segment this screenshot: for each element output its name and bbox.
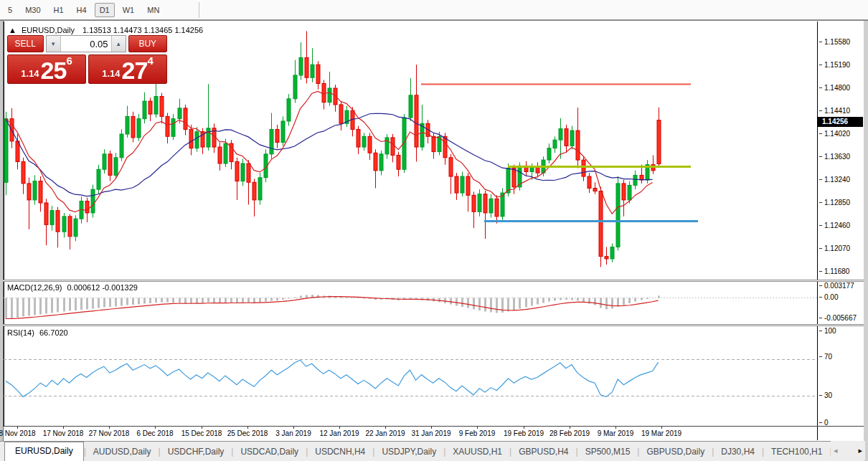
- tick-dash: [819, 133, 822, 134]
- date-tick-mark: [570, 427, 570, 429]
- chart-tab-bar: EURUSD,Daily|AUDUSD,Daily|USDCHF,Daily|U…: [0, 441, 868, 461]
- chart-tab-sp500-m15[interactable]: SP500,M15: [578, 443, 638, 461]
- chart-tab-usdcad-daily[interactable]: USDCAD,Daily: [233, 443, 306, 461]
- tick-dash: [819, 356, 822, 357]
- toolbar-separator: [199, 2, 199, 18]
- timeframe-button-d1[interactable]: D1: [95, 3, 115, 17]
- sell-price-prefix: 1.14: [21, 67, 39, 81]
- tab-scroll-right-icon[interactable]: ▸: [858, 446, 862, 455]
- date-axis-label: 8 Nov 2018: [0, 429, 36, 437]
- price-axis-tick: 1.14800: [819, 84, 850, 92]
- date-tick-mark: [202, 427, 202, 429]
- price-scale[interactable]: 1.155801.151901.148001.144101.140201.136…: [817, 22, 864, 440]
- time-scale[interactable]: 8 Nov 201817 Nov 201827 Nov 20186 Dec 20…: [4, 427, 817, 440]
- chart-tab-usdjpy-daily[interactable]: USDJPY,Daily: [374, 443, 443, 461]
- chart-symbol: EURUSD,Daily: [22, 26, 75, 34]
- chart-tab-gbpusd-h4[interactable]: GBPUSD,H4: [511, 443, 575, 461]
- current-price-tag: 1.14256: [818, 117, 863, 127]
- date-tick-mark: [385, 427, 386, 429]
- date-tick-mark: [17, 427, 18, 429]
- tick-dash: [819, 271, 822, 272]
- timeframe-button-h1[interactable]: H1: [49, 3, 69, 17]
- timeframe-button-w1[interactable]: W1: [118, 3, 140, 17]
- price-axis-tick: 1.11680: [819, 267, 849, 275]
- timeframe-button-m30[interactable]: M30: [20, 3, 45, 17]
- macd-name: MACD(12,26,9): [7, 283, 62, 292]
- chart-tab-gbpusd-daily[interactable]: GBPUSD,Daily: [639, 443, 712, 461]
- date-axis-label: 31 Jan 2019: [411, 429, 450, 437]
- date-tick-mark: [109, 427, 110, 429]
- timeframe-button-h4[interactable]: H4: [72, 3, 92, 17]
- volume-up-icon[interactable]: ▲: [111, 36, 126, 52]
- buy-price-big: 27: [122, 60, 148, 81]
- tab-scroll-left-icon[interactable]: ◂: [834, 446, 838, 455]
- price-axis-tick: 1.13630: [819, 153, 850, 161]
- sell-price-big: 25: [41, 60, 67, 81]
- sell-price-panel[interactable]: 1.14 25 6: [7, 54, 86, 84]
- tick-dash: [819, 395, 822, 396]
- rsi-value: 66.7020: [39, 328, 68, 337]
- pane-splitter-macd[interactable]: [3, 280, 864, 282]
- tick-dash: [819, 202, 822, 203]
- date-axis-label: 22 Jan 2019: [365, 429, 405, 437]
- date-tick-mark: [63, 427, 64, 429]
- rsi-name: RSI(14): [7, 328, 34, 337]
- date-axis-label: 27 Nov 2018: [89, 429, 130, 437]
- date-tick-mark: [524, 427, 524, 429]
- timeframe-button-5[interactable]: 5: [3, 3, 17, 17]
- sell-price-pipette: 6: [66, 57, 72, 65]
- chart-tab-usdchf-daily[interactable]: USDCHF,Daily: [161, 443, 232, 461]
- buy-button[interactable]: BUY: [128, 35, 167, 52]
- macd-axis-tick: 0.003177: [819, 282, 854, 290]
- timeframe-button-mn[interactable]: MN: [142, 3, 164, 17]
- volume-down-icon[interactable]: ▼: [47, 36, 61, 52]
- date-tick-mark: [477, 427, 478, 429]
- tick-dash: [819, 285, 822, 286]
- tick-dash: [819, 110, 822, 111]
- sell-button[interactable]: SELL: [7, 35, 44, 52]
- buy-price-panel[interactable]: 1.14 27 4: [88, 54, 167, 84]
- tick-dash: [819, 87, 822, 88]
- rsi-indicator-label: RSI(14) 66.7020: [7, 328, 68, 337]
- buy-price-prefix: 1.14: [102, 67, 120, 81]
- volume-input[interactable]: [61, 36, 111, 52]
- date-axis-label: 12 Jan 2019: [319, 429, 359, 437]
- rsi-pane-border: [3, 426, 864, 427]
- tick-dash: [819, 422, 822, 423]
- tick-dash: [819, 225, 822, 226]
- tick-dash: [819, 179, 822, 180]
- date-tick-mark: [155, 427, 156, 429]
- tab-scroll-arrows: ◂ ▸: [831, 441, 865, 460]
- price-axis-tick: 1.13240: [819, 176, 850, 184]
- one-click-trading-panel: SELL ▼ ▲ BUY 1.14 25 6 1.14 27 4: [7, 35, 167, 84]
- price-axis-tick: 1.14020: [819, 130, 850, 138]
- chart-tab-dj30-h4[interactable]: DJ30,H4: [714, 443, 762, 461]
- macd-axis-tick: 0.00: [819, 293, 838, 301]
- rsi-axis-tick: 100: [819, 327, 836, 335]
- tick-dash: [819, 42, 822, 42]
- date-axis-label: 9 Mar 2019: [598, 429, 634, 437]
- rsi-axis-tick: 70: [819, 353, 832, 361]
- pane-splitter-rsi[interactable]: [3, 324, 864, 326]
- tick-dash: [819, 331, 822, 331]
- rsi-axis-tick: 30: [819, 391, 832, 399]
- volume-stepper: ▼ ▲: [46, 35, 126, 52]
- chart-tab-usdcnh-h4[interactable]: USDCNH,H4: [308, 443, 372, 461]
- chart-tab-audusd-daily[interactable]: AUDUSD,Daily: [86, 443, 159, 461]
- date-tick-mark: [661, 427, 662, 429]
- date-tick-mark: [293, 427, 294, 429]
- date-axis-label: 28 Feb 2019: [549, 429, 590, 437]
- window-right-edge: [864, 21, 868, 461]
- date-axis-label: 25 Dec 2018: [227, 429, 268, 437]
- chart-ohlc-values: 1.13513 1.14473 1.13465 1.14256: [82, 26, 203, 34]
- date-axis-label: 15 Dec 2018: [181, 429, 222, 437]
- tick-dash: [819, 248, 822, 249]
- chart-tab-tech100-h1[interactable]: TECH100,H1: [764, 443, 829, 461]
- chart-tab-xauusd-h1[interactable]: XAUUSD,H1: [445, 443, 509, 461]
- macd-indicator-label: MACD(12,26,9) 0.000612 -0.001329: [7, 283, 138, 292]
- macd-axis-tick: -0.005667: [819, 314, 857, 322]
- date-axis-label: 9 Feb 2019: [459, 429, 496, 437]
- date-axis-label: 6 Dec 2018: [136, 429, 173, 437]
- chart-tab-eurusd-daily[interactable]: EURUSD,Daily: [4, 442, 84, 461]
- rsi-chart-canvas[interactable]: [4, 326, 817, 426]
